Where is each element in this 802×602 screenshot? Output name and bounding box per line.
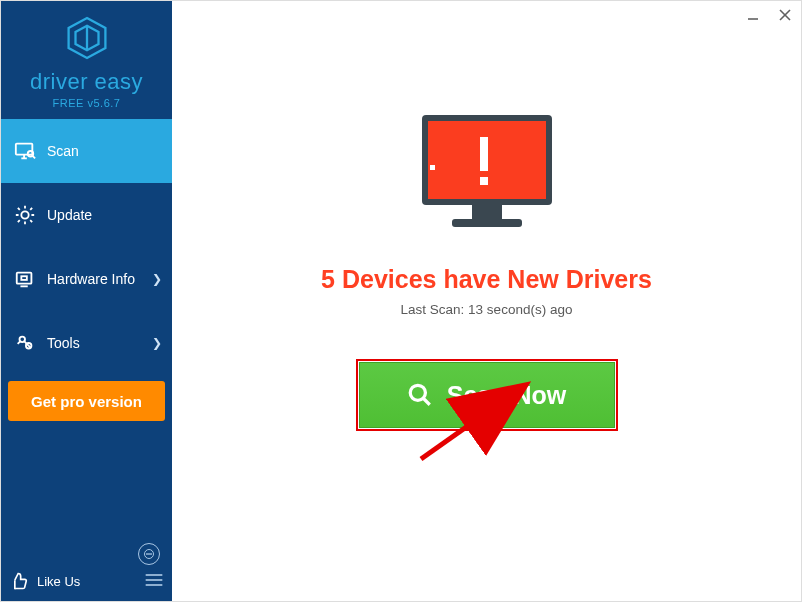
svg-line-7 (32, 156, 35, 159)
scan-now-highlight-box: Scan Now (356, 359, 618, 431)
get-pro-label: Get pro version (31, 393, 142, 410)
svg-point-8 (21, 211, 28, 218)
brand-version: FREE v5.6.7 (1, 97, 172, 109)
svg-rect-31 (472, 205, 502, 219)
svg-line-15 (18, 341, 21, 344)
sidebar-item-label: Tools (47, 335, 152, 351)
minimize-button[interactable] (743, 5, 763, 25)
svg-rect-3 (16, 144, 33, 155)
last-scan-text: Last Scan: 13 second(s) ago (401, 302, 573, 317)
tools-icon (11, 332, 39, 354)
brand-logo-icon (64, 15, 110, 61)
svg-point-19 (151, 554, 152, 555)
monitor-search-icon (11, 140, 39, 162)
sidebar-item-label: Scan (47, 143, 162, 159)
chevron-right-icon: ❯ (152, 336, 162, 350)
feedback-icon[interactable] (138, 543, 160, 565)
sidebar-item-scan[interactable]: Scan (1, 119, 172, 183)
svg-rect-9 (17, 273, 32, 284)
thumbs-up-icon (9, 571, 29, 591)
alert-monitor-icon (412, 109, 562, 239)
svg-rect-10 (21, 276, 26, 280)
svg-rect-29 (480, 137, 488, 171)
svg-line-34 (423, 398, 430, 405)
svg-rect-28 (430, 165, 435, 170)
app-window: driver easy FREE v5.6.7 Scan Update (0, 0, 802, 602)
scan-result-headline: 5 Devices have New Drivers (321, 265, 652, 294)
gear-refresh-icon (11, 204, 39, 226)
like-us-button[interactable]: Like Us (9, 571, 80, 591)
menu-lines-icon[interactable] (144, 572, 164, 591)
svg-point-17 (147, 554, 148, 555)
main-panel: 5 Devices have New Drivers Last Scan: 13… (172, 1, 801, 601)
sidebar-item-tools[interactable]: Tools ❯ (1, 311, 172, 375)
svg-line-14 (24, 341, 30, 347)
sidebar: driver easy FREE v5.6.7 Scan Update (1, 1, 172, 601)
hardware-icon (11, 268, 39, 290)
svg-rect-32 (452, 219, 522, 227)
close-button[interactable] (775, 5, 795, 25)
sidebar-item-label: Hardware Info (47, 271, 152, 287)
like-us-label: Like Us (37, 574, 80, 589)
window-controls (743, 5, 795, 25)
svg-rect-30 (480, 177, 488, 185)
chevron-right-icon: ❯ (152, 272, 162, 286)
scan-now-label: Scan Now (447, 381, 566, 410)
sidebar-item-hardware-info[interactable]: Hardware Info ❯ (1, 247, 172, 311)
scan-now-button[interactable]: Scan Now (359, 362, 615, 428)
svg-point-18 (149, 554, 150, 555)
sidebar-footer: Like Us (1, 537, 172, 601)
get-pro-button[interactable]: Get pro version (8, 381, 165, 421)
search-icon (407, 382, 433, 408)
sidebar-item-label: Update (47, 207, 162, 223)
svg-point-33 (410, 385, 425, 400)
close-icon (778, 8, 792, 22)
brand-block: driver easy FREE v5.6.7 (1, 1, 172, 119)
minimize-icon (746, 8, 760, 22)
brand-name: driver easy (1, 69, 172, 95)
sidebar-item-update[interactable]: Update (1, 183, 172, 247)
